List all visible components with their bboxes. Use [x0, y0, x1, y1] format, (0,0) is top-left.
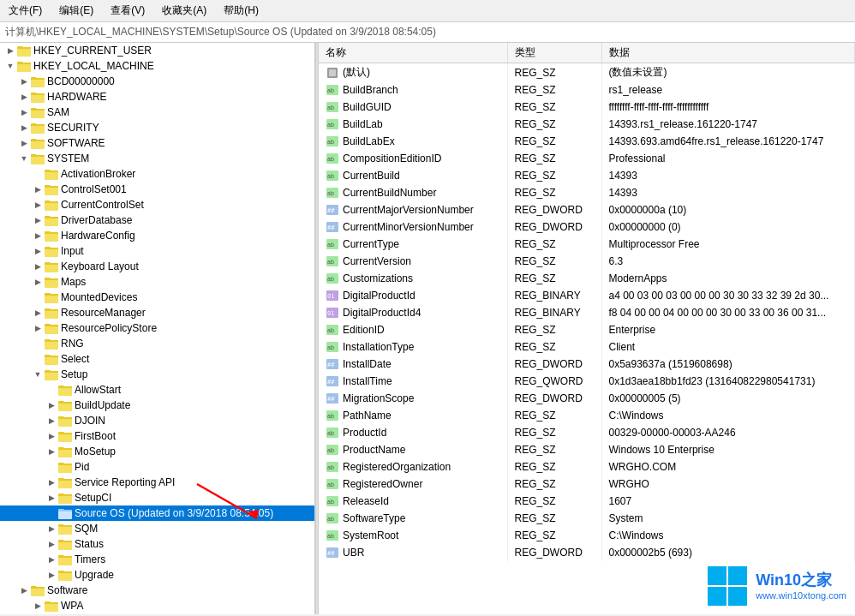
- tree-item[interactable]: MoSetup: [0, 444, 314, 459]
- table-row[interactable]: abRegisteredOrganizationREG_SZWRGHO.COM: [319, 458, 855, 475]
- tree-item[interactable]: Source OS (Updated on 3/9/2018 08:54:05): [0, 505, 314, 521]
- tree-item[interactable]: DJOIN: [0, 413, 314, 428]
- tree-toggle-icon[interactable]: [31, 275, 45, 289]
- table-row[interactable]: abBuildGUIDREG_SZffffffff-ffff-ffff-ffff…: [319, 99, 855, 116]
- tree-item[interactable]: ActivationBroker: [0, 166, 314, 182]
- table-row[interactable]: abBuildBranchREG_SZrs1_release: [319, 81, 855, 99]
- tree-item[interactable]: MountedDevices: [0, 290, 314, 305]
- table-row[interactable]: abCurrentVersionREG_SZ6.3: [319, 253, 855, 270]
- tree-toggle-icon[interactable]: [45, 522, 58, 535]
- table-row[interactable]: ##MigrationScopeREG_DWORD0x00000005 (5): [319, 390, 855, 407]
- table-row[interactable]: ##UBRREG_DWORD0x000002b5 (693): [319, 544, 855, 561]
- tree-toggle-icon[interactable]: [31, 599, 45, 613]
- tree-item[interactable]: SAM: [0, 105, 314, 120]
- table-row[interactable]: ##CurrentMajorVersionNumberREG_DWORD0x00…: [319, 201, 855, 218]
- table-row[interactable]: abCurrentBuildREG_SZ14393: [319, 167, 855, 184]
- tree-item[interactable]: SYSTEM: [0, 151, 314, 166]
- tree-toggle-icon[interactable]: [45, 383, 58, 397]
- table-row[interactable]: abSystemRootREG_SZC:\Windows: [319, 527, 855, 544]
- tree-toggle-icon[interactable]: [31, 198, 45, 212]
- tree-item[interactable]: ResourcePolicyStore: [0, 320, 314, 336]
- tree-item[interactable]: Upgrade: [0, 567, 314, 583]
- tree-toggle-icon[interactable]: [17, 75, 31, 88]
- tree-toggle-icon[interactable]: [45, 414, 58, 428]
- tree-item[interactable]: SetupCI: [0, 490, 314, 505]
- table-row[interactable]: abProductIdREG_SZ00329-00000-00003-AA246: [319, 424, 855, 441]
- table-row[interactable]: abCustomizationsREG_SZModernApps: [319, 270, 855, 287]
- tree-toggle-icon[interactable]: [31, 337, 45, 350]
- table-row[interactable]: 01DigitalProductId4REG_BINARYf8 04 00 00…: [319, 304, 855, 321]
- tree-toggle-icon[interactable]: [31, 182, 45, 196]
- table-row[interactable]: ##InstallTimeREG_QWORD0x1d3aea18bb1fd23 …: [319, 373, 855, 390]
- data-panel[interactable]: 名称 类型 数据 (默认)REG_SZ(数值未设置)abBuildBranchR…: [319, 43, 855, 614]
- tree-item[interactable]: SOFTWARE: [0, 135, 314, 151]
- table-row[interactable]: abCurrentTypeREG_SZMultiprocessor Free: [319, 236, 855, 253]
- tree-item[interactable]: Pid: [0, 459, 314, 475]
- table-row[interactable]: 01DigitalProductIdREG_BINARYa4 00 03 00 …: [319, 287, 855, 304]
- tree-item[interactable]: BCD00000000: [0, 74, 314, 89]
- tree-toggle-icon[interactable]: [17, 583, 31, 597]
- table-row[interactable]: abCompositionEditionIDREG_SZProfessional: [319, 150, 855, 167]
- tree-toggle-icon[interactable]: [45, 429, 58, 443]
- tree-toggle-icon[interactable]: [31, 306, 45, 320]
- tree-toggle-icon[interactable]: [45, 506, 58, 520]
- tree-item[interactable]: ResourceManager: [0, 305, 314, 320]
- tree-toggle-icon[interactable]: [17, 121, 31, 135]
- tree-item[interactable]: HKEY_USERS: [0, 613, 314, 614]
- tree-item[interactable]: Keyboard Layout: [0, 259, 314, 274]
- tree-item[interactable]: FirstBoot: [0, 428, 314, 444]
- tree-item[interactable]: Service Reporting API: [0, 475, 314, 490]
- tree-toggle-icon[interactable]: [31, 290, 45, 304]
- col-header-type[interactable]: 类型: [507, 43, 601, 63]
- menu-help[interactable]: 帮助(H): [218, 2, 264, 20]
- table-row[interactable]: abPathNameREG_SZC:\Windows: [319, 407, 855, 424]
- tree-item[interactable]: ControlSet001: [0, 182, 314, 197]
- tree-item[interactable]: AllowStart: [0, 382, 314, 398]
- tree-toggle-icon[interactable]: [45, 445, 58, 458]
- tree-item[interactable]: HKEY_CURRENT_USER: [0, 43, 314, 58]
- tree-item[interactable]: Software: [0, 583, 314, 598]
- tree-toggle-icon[interactable]: [45, 491, 58, 505]
- menu-edit[interactable]: 编辑(E): [54, 2, 99, 20]
- table-row[interactable]: ##CurrentMinorVersionNumberREG_DWORD0x00…: [319, 218, 855, 236]
- table-row[interactable]: abBuildLabREG_SZ14393.rs1_release.161220…: [319, 116, 855, 133]
- tree-toggle-icon[interactable]: [45, 537, 58, 551]
- table-row[interactable]: abInstallationTypeREG_SZClient: [319, 338, 855, 356]
- table-row[interactable]: abSoftwareTypeREG_SZSystem: [319, 510, 855, 527]
- menu-file[interactable]: 文件(F): [3, 2, 47, 20]
- tree-toggle-icon[interactable]: [45, 553, 58, 566]
- col-header-name[interactable]: 名称: [319, 43, 507, 63]
- tree-item[interactable]: BuildUpdate: [0, 398, 314, 413]
- table-row[interactable]: (默认)REG_SZ(数值未设置): [319, 63, 855, 82]
- tree-item[interactable]: Status: [0, 536, 314, 552]
- tree-toggle-icon[interactable]: [31, 167, 45, 181]
- tree-panel[interactable]: HKEY_CURRENT_USER HKEY_LOCAL_MACHINE BCD…: [0, 43, 315, 614]
- tree-toggle-icon[interactable]: [17, 90, 31, 104]
- tree-item[interactable]: Setup: [0, 367, 314, 382]
- tree-item[interactable]: SQM: [0, 521, 314, 536]
- tree-toggle-icon[interactable]: [31, 352, 45, 366]
- tree-item[interactable]: Select: [0, 351, 314, 367]
- tree-toggle-icon[interactable]: [45, 568, 58, 582]
- table-row[interactable]: abBuildLabExREG_SZ14393.693.amd64fre.rs1…: [319, 133, 855, 150]
- col-header-data[interactable]: 数据: [601, 43, 855, 63]
- tree-item[interactable]: HKEY_LOCAL_MACHINE: [0, 58, 314, 74]
- tree-toggle-icon[interactable]: [3, 59, 17, 73]
- menu-view[interactable]: 查看(V): [105, 2, 150, 20]
- tree-item[interactable]: SECURITY: [0, 120, 314, 135]
- tree-toggle-icon[interactable]: [45, 475, 58, 489]
- table-row[interactable]: abEditionIDREG_SZEnterprise: [319, 321, 855, 338]
- tree-toggle-icon[interactable]: [31, 229, 45, 242]
- tree-toggle-icon[interactable]: [3, 44, 17, 57]
- table-row[interactable]: abRegisteredOwnerREG_SZWRGHO: [319, 475, 855, 493]
- tree-item[interactable]: Input: [0, 243, 314, 259]
- tree-item[interactable]: HardwareConfig: [0, 228, 314, 243]
- tree-toggle-icon[interactable]: [17, 152, 31, 165]
- tree-toggle-icon[interactable]: [31, 368, 45, 381]
- tree-toggle-icon[interactable]: [31, 244, 45, 258]
- table-row[interactable]: abProductNameREG_SZWindows 10 Enterprise: [319, 441, 855, 458]
- tree-toggle-icon[interactable]: [31, 213, 45, 227]
- tree-item[interactable]: DriverDatabase: [0, 212, 314, 228]
- table-row[interactable]: abCurrentBuildNumberREG_SZ14393: [319, 184, 855, 201]
- tree-item[interactable]: RNG: [0, 336, 314, 351]
